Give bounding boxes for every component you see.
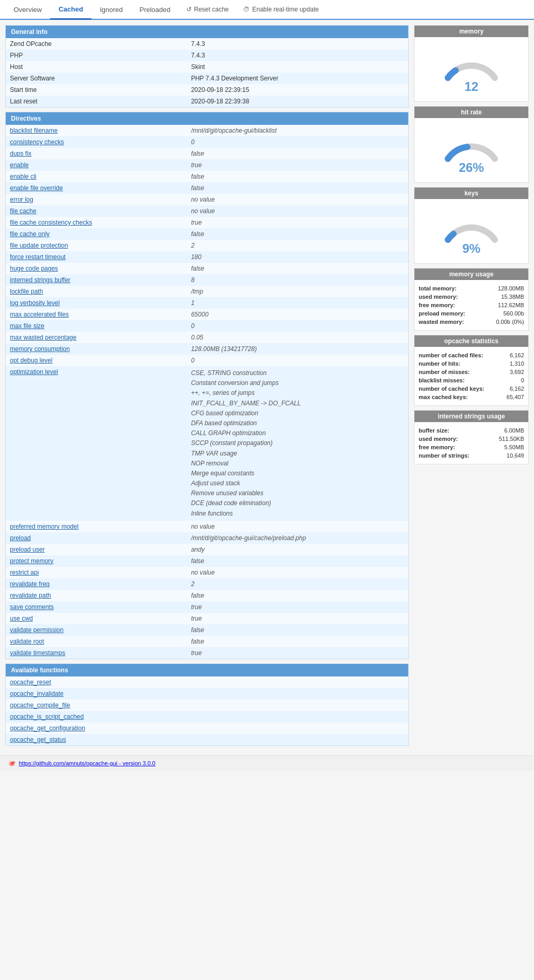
general-info-value: Skint (187, 61, 408, 73)
memory-usage-card: memory usage total memory:128.00MBused m… (414, 268, 529, 331)
directive-value: true (187, 159, 408, 171)
enable-realtime-button[interactable]: ⏱ Enable real-time update (236, 2, 326, 17)
directive-label[interactable]: preload (6, 532, 187, 544)
directive-label[interactable]: dups fix (6, 148, 187, 159)
directive-label[interactable]: use cwd (6, 613, 187, 624)
directive-label[interactable]: revalidate freq (6, 578, 187, 590)
directive-label[interactable]: protect memory (6, 555, 187, 567)
function-link[interactable]: opcache_reset (6, 676, 408, 688)
directive-label[interactable]: interned strings buffer (6, 274, 187, 286)
directive-label[interactable]: enable (6, 159, 187, 171)
memory-usage-value: 0.00b (0%) (496, 319, 524, 325)
directive-value: no value (187, 205, 408, 217)
function-link[interactable]: opcache_get_configuration (6, 722, 408, 734)
general-info-row: Zend OPcache7.4.3 (6, 38, 408, 50)
directive-row: optimization levelCSE, STRING constructi… (6, 366, 408, 521)
directive-label[interactable]: opt debug level (6, 355, 187, 366)
tab-preloaded[interactable]: Preloaded (131, 1, 179, 19)
opcache-stats-row: blacklist misses:0 (419, 376, 524, 384)
footer: 🐙 https://github.com/amnuts/opcache-gui … (0, 755, 534, 771)
directive-row: preload/mnt/d/git/opcache-gui/cache/prel… (6, 532, 408, 544)
general-info-value: 7.4.3 (187, 38, 408, 50)
directive-label[interactable]: file cache only (6, 228, 187, 240)
directive-label[interactable]: force restart timeout (6, 251, 187, 263)
memory-usage-label: free memory: (419, 302, 455, 308)
opcache-stats-label: number of misses: (419, 369, 470, 375)
general-info-value: PHP 7.4.3 Development Server (187, 73, 408, 84)
opcache-stats-value: 3,692 (509, 369, 524, 375)
memory-usage-value: 560.00b (503, 310, 524, 317)
directive-row: validate permissionfalse (6, 624, 408, 636)
directive-label[interactable]: preload user (6, 544, 187, 555)
directive-label[interactable]: consistency checks (6, 136, 187, 148)
directive-row: consistency checks0 (6, 136, 408, 148)
directive-label[interactable]: max wasted percentage (6, 332, 187, 343)
footer-link[interactable]: https://github.com/amnuts/opcache-gui - … (19, 760, 156, 766)
memory-usage-value: 15.38MB (501, 294, 524, 300)
directive-row: max file size0 (6, 320, 408, 332)
tab-ignored[interactable]: Ignored (91, 1, 131, 19)
interned-strings-value: 511.50KB (499, 436, 524, 442)
directive-label[interactable]: enable file override (6, 182, 187, 194)
function-link[interactable]: opcache_is_script_cached (6, 711, 408, 722)
directive-value: false (187, 555, 408, 567)
directive-label[interactable]: validate permission (6, 624, 187, 636)
memory-gauge-title: memory (414, 26, 528, 37)
directive-label[interactable]: blacklist filename (6, 125, 187, 136)
tab-cached[interactable]: Cached (50, 0, 91, 20)
opcache-stats-row: number of hits:1,310 (419, 359, 524, 368)
interned-strings-label: free memory: (419, 444, 455, 450)
directive-label[interactable]: optimization level (6, 366, 187, 521)
function-link[interactable]: opcache_invalidate (6, 688, 408, 699)
reset-cache-button[interactable]: ↺ Reset cache (179, 2, 236, 17)
directive-label[interactable]: file cache consistency checks (6, 217, 187, 228)
directives-header: Directives (6, 112, 408, 125)
directive-label[interactable]: file cache (6, 205, 187, 217)
directive-row: file cacheno value (6, 205, 408, 217)
directive-label[interactable]: max file size (6, 320, 187, 332)
function-link[interactable]: opcache_get_status (6, 734, 408, 745)
function-link[interactable]: opcache_compile_file (6, 699, 408, 711)
directive-value: false (187, 263, 408, 274)
interned-strings-value: 10,649 (506, 452, 524, 459)
directive-label[interactable]: restrict api (6, 567, 187, 578)
directive-value: true (187, 601, 408, 613)
directives-section: Directives blacklist filename/mnt/d/git/… (5, 112, 409, 659)
directive-label[interactable]: save comments (6, 601, 187, 613)
tab-overview[interactable]: Overview (5, 1, 50, 19)
opcache-stats-label: max cached keys: (419, 394, 468, 400)
directive-value: 2 (187, 578, 408, 590)
directive-row: enable clifalse (6, 171, 408, 182)
directive-label[interactable]: revalidate path (6, 590, 187, 601)
directive-label[interactable]: preferred memory model (6, 521, 187, 532)
directive-label[interactable]: enable cli (6, 171, 187, 182)
interned-strings-row: number of strings:10,649 (419, 451, 524, 460)
interned-strings-label: buffer size: (419, 427, 449, 434)
interned-strings-title: interned strings usage (414, 411, 528, 422)
directive-value: 2 (187, 240, 408, 251)
directive-label[interactable]: validate timestamps (6, 647, 187, 659)
directives-table: blacklist filename/mnt/d/git/opcache-gui… (6, 125, 408, 659)
memory-usage-value: 128.00MB (498, 285, 524, 291)
directive-value: 128.00MB (134217728) (187, 343, 408, 355)
available-functions-section: Available functions opcache_resetopcache… (5, 663, 409, 746)
directive-label[interactable]: file update protection (6, 240, 187, 251)
directive-value: 0 (187, 355, 408, 366)
keys-gauge-percent: 9% (419, 241, 524, 256)
directive-label[interactable]: validate root (6, 636, 187, 647)
general-info-value: 2020-09-18 22:39:38 (187, 96, 408, 107)
directive-label[interactable]: error log (6, 194, 187, 205)
directive-label[interactable]: memory consumption (6, 343, 187, 355)
interned-strings-card: interned strings usage buffer size:6.00M… (414, 410, 529, 464)
directive-label[interactable]: huge code pages (6, 263, 187, 274)
directive-label[interactable]: max accelerated files (6, 309, 187, 320)
directive-value: 0.05 (187, 332, 408, 343)
directive-label[interactable]: lockfile path (6, 286, 187, 297)
memory-usage-label: wasted memory: (419, 319, 464, 325)
opcache-stats-title: opcache statistics (414, 335, 528, 347)
directive-row: preferred memory modelno value (6, 521, 408, 532)
directive-value: /mnt/d/git/opcache-gui/cache/preload.php (187, 532, 408, 544)
directive-label[interactable]: log verbosity level (6, 297, 187, 309)
interned-strings-label: used memory: (419, 436, 458, 442)
directive-row: max accelerated files65000 (6, 309, 408, 320)
